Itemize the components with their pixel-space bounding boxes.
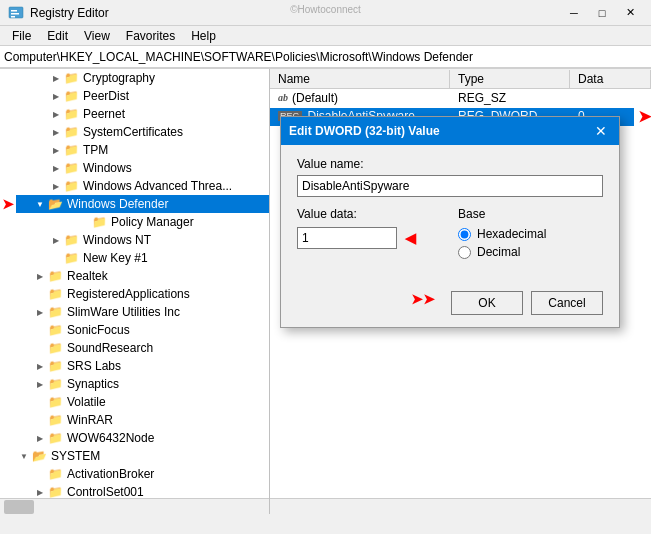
radio-decimal[interactable]: Decimal xyxy=(458,245,603,259)
tree-item-realtek[interactable]: ▶ 📁 Realtek xyxy=(0,267,269,285)
tree-item-sonicfocus[interactable]: ▶ 📁 SonicFocus xyxy=(0,321,269,339)
tree-item-volatile[interactable]: ▶ 📁 Volatile xyxy=(0,393,269,411)
expander-icon[interactable]: ▶ xyxy=(48,142,64,158)
folder-open-icon: 📂 xyxy=(32,449,48,463)
menu-bar: File Edit View Favorites Help xyxy=(0,26,651,46)
radio-dec-input[interactable] xyxy=(458,246,471,259)
radio-hex-input[interactable] xyxy=(458,228,471,241)
tree-item-regapps[interactable]: ▶ 📁 RegisteredApplications xyxy=(0,285,269,303)
right-hscroll[interactable] xyxy=(270,498,651,514)
dialog-body: Value name: Value data: ◀ Bas xyxy=(281,145,619,283)
radio-dec-label: Decimal xyxy=(477,245,520,259)
expander-icon[interactable]: ▶ xyxy=(48,178,64,194)
folder-icon: 📁 xyxy=(48,323,64,337)
folder-icon: 📁 xyxy=(64,107,80,121)
expander-icon[interactable]: ▶ xyxy=(32,358,48,374)
dialog-close-button[interactable]: ✕ xyxy=(591,121,611,141)
expander-icon[interactable]: ▶ xyxy=(48,106,64,122)
folder-icon: 📁 xyxy=(48,359,64,373)
folder-icon: 📁 xyxy=(64,89,80,103)
title-bar-left: Registry Editor xyxy=(8,5,109,21)
expander-icon[interactable]: ▶ xyxy=(32,430,48,446)
tree-hscroll[interactable] xyxy=(0,498,269,514)
maximize-button[interactable]: □ xyxy=(589,3,615,23)
menu-edit[interactable]: Edit xyxy=(39,27,76,45)
menu-help[interactable]: Help xyxy=(183,27,224,45)
tree-item-label: WinRAR xyxy=(67,413,113,427)
tree-item-label: SystemCertificates xyxy=(83,125,183,139)
reg-data-default xyxy=(570,97,651,99)
tree-item-new-key[interactable]: ▶ 📁 New Key #1 xyxy=(0,249,269,267)
value-data-label: Value data: xyxy=(297,207,442,221)
dialog-buttons: ➤➤ OK Cancel xyxy=(281,283,619,327)
tree-item-windows-defender[interactable]: ▼ 📂 Windows Defender xyxy=(16,195,269,213)
tree-item-winrar[interactable]: ▶ 📁 WinRAR xyxy=(0,411,269,429)
tree-item-label: SlimWare Utilities Inc xyxy=(67,305,180,319)
svg-rect-3 xyxy=(11,16,15,18)
edit-dword-dialog: Edit DWORD (32-bit) Value ✕ Value name: … xyxy=(280,116,620,328)
expander-icon[interactable]: ▼ xyxy=(16,448,32,464)
cancel-button[interactable]: Cancel xyxy=(531,291,603,315)
menu-file[interactable]: File xyxy=(4,27,39,45)
tree-item-label: Synaptics xyxy=(67,377,119,391)
tree-item-windows-advanced[interactable]: ▶ 📁 Windows Advanced Threa... xyxy=(0,177,269,195)
value-data-input[interactable] xyxy=(297,227,397,249)
tree-item-activationbroker[interactable]: ▶ 📁 ActivationBroker xyxy=(0,465,269,483)
tree-item-label: PeerDist xyxy=(83,89,129,103)
radio-group: Hexadecimal Decimal xyxy=(458,227,603,259)
tree-item-policy-manager[interactable]: ▶ 📁 Policy Manager xyxy=(0,213,269,231)
menu-favorites[interactable]: Favorites xyxy=(118,27,183,45)
tree-scroll[interactable]: ▶ 📁 Cryptography ▶ 📁 PeerDist ▶ 📁 Peerne… xyxy=(0,69,269,514)
tree-item-slimware[interactable]: ▶ 📁 SlimWare Utilities Inc xyxy=(0,303,269,321)
expander-icon[interactable]: ▶ xyxy=(48,70,64,86)
tree-item-peerdist[interactable]: ▶ 📁 PeerDist xyxy=(0,87,269,105)
minimize-button[interactable]: ─ xyxy=(561,3,587,23)
tree-item-windows[interactable]: ▶ 📁 Windows xyxy=(0,159,269,177)
tree-item-soundresearch[interactable]: ▶ 📁 SoundResearch xyxy=(0,339,269,357)
folder-icon: 📁 xyxy=(48,305,64,319)
col-header-data[interactable]: Data xyxy=(570,70,651,88)
expander-icon[interactable]: ▼ xyxy=(32,196,48,212)
folder-icon: 📁 xyxy=(64,143,80,157)
tree-item-label: TPM xyxy=(83,143,108,157)
reg-name-default: ab (Default) xyxy=(270,90,450,106)
tree-item-system[interactable]: ▼ 📂 SYSTEM xyxy=(0,447,269,465)
tree-item-peernet[interactable]: ▶ 📁 Peernet xyxy=(0,105,269,123)
tree-item-label: ControlSet001 xyxy=(67,485,144,499)
menu-view[interactable]: View xyxy=(76,27,118,45)
folder-icon: 📁 xyxy=(64,71,80,85)
expander-icon[interactable]: ▶ xyxy=(48,88,64,104)
reg-row-default[interactable]: ab (Default) REG_SZ xyxy=(270,89,651,107)
value-data-row: Value data: ◀ Base xyxy=(297,207,603,259)
close-button[interactable]: ✕ xyxy=(617,3,643,23)
tree-item-label: Windows Defender xyxy=(67,197,168,211)
tree-item-synaptics[interactable]: ▶ 📁 Synaptics xyxy=(0,375,269,393)
tree-item-windows-nt[interactable]: ▶ 📁 Windows NT xyxy=(0,231,269,249)
ab-icon: ab xyxy=(278,92,288,103)
expander-icon[interactable]: ▶ xyxy=(32,268,48,284)
tree-item-srslabs[interactable]: ▶ 📁 SRS Labs xyxy=(0,357,269,375)
ok-button[interactable]: OK xyxy=(451,291,523,315)
expander-icon[interactable]: ▶ xyxy=(32,304,48,320)
folder-icon: 📁 xyxy=(48,341,64,355)
expander-icon[interactable]: ▶ xyxy=(48,124,64,140)
reg-type-default: REG_SZ xyxy=(450,90,570,106)
tree-item-label: Windows Advanced Threa... xyxy=(83,179,232,193)
expander-icon[interactable]: ▶ xyxy=(48,232,64,248)
folder-icon: 📁 xyxy=(64,251,80,265)
value-name-input[interactable] xyxy=(297,175,603,197)
tree-item-tpm[interactable]: ▶ 📁 TPM xyxy=(0,141,269,159)
tree-item-cryptography[interactable]: ▶ 📁 Cryptography xyxy=(0,69,269,87)
tree-item-wow6432[interactable]: ▶ 📁 WOW6432Node xyxy=(0,429,269,447)
folder-icon: 📁 xyxy=(48,395,64,409)
tree-item-systemcert[interactable]: ▶ 📁 SystemCertificates xyxy=(0,123,269,141)
col-header-name[interactable]: Name xyxy=(270,70,450,88)
expander-icon[interactable]: ▶ xyxy=(48,160,64,176)
col-header-type[interactable]: Type xyxy=(450,70,570,88)
folder-icon: 📁 xyxy=(48,413,64,427)
expander-icon[interactable]: ▶ xyxy=(32,376,48,392)
tree-item-label: SRS Labs xyxy=(67,359,121,373)
right-pane: Name Type Data ab (Default) REG_SZ ➤ REG xyxy=(270,69,651,514)
radio-hexadecimal[interactable]: Hexadecimal xyxy=(458,227,603,241)
folder-icon: 📁 xyxy=(48,431,64,445)
